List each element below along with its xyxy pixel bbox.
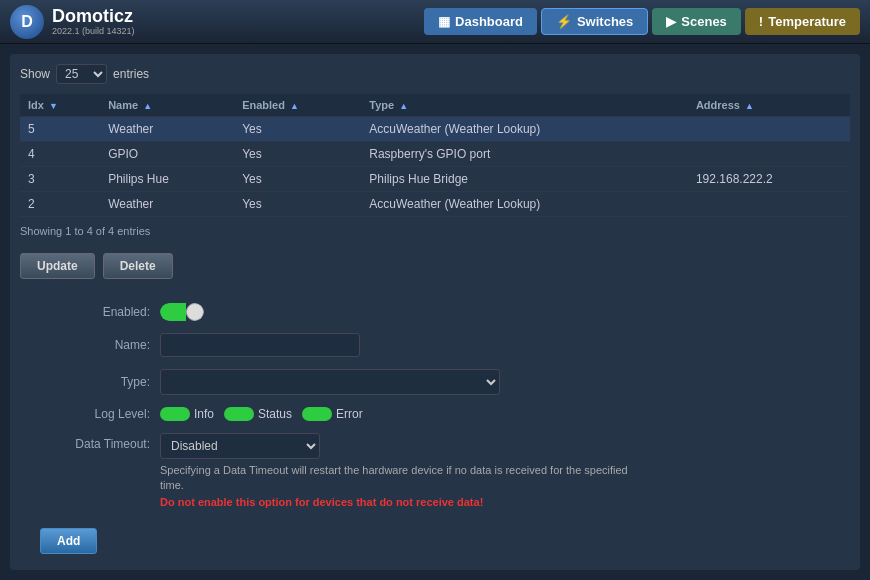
cell-enabled: Yes bbox=[234, 142, 361, 167]
cell-type: Raspberry's GPIO port bbox=[361, 142, 688, 167]
table-header-row: Idx ▼ Name ▲ Enabled ▲ Type ▲ Address bbox=[20, 94, 850, 117]
sort-arrow-idx: ▼ bbox=[49, 101, 58, 111]
dashboard-label: Dashboard bbox=[455, 14, 523, 29]
sort-arrow-enabled: ▲ bbox=[290, 101, 299, 111]
main-content: Show 10 25 50 100 entries Idx ▼ Name ▲ E… bbox=[10, 54, 860, 570]
entries-select[interactable]: 10 25 50 100 bbox=[56, 64, 107, 84]
app-name: Domoticz bbox=[52, 7, 135, 27]
log-info-label: Info bbox=[194, 407, 214, 421]
toggle-thumb bbox=[186, 303, 204, 321]
table-row[interactable]: 3Philips HueYesPhilips Hue Bridge192.168… bbox=[20, 167, 850, 192]
col-idx[interactable]: Idx ▼ bbox=[20, 94, 100, 117]
cell-idx: 5 bbox=[20, 117, 100, 142]
log-info-checkbox bbox=[160, 407, 190, 421]
cell-address bbox=[688, 142, 850, 167]
switches-icon: ⚡ bbox=[556, 14, 572, 29]
data-timeout-info: Specifying a Data Timeout will restart t… bbox=[160, 463, 640, 494]
delete-button[interactable]: Delete bbox=[103, 253, 173, 279]
header: D Domoticz 2022.1 (build 14321) ▦ Dashbo… bbox=[0, 0, 870, 44]
type-select[interactable] bbox=[160, 369, 500, 395]
nav-temperature[interactable]: ! Temperature bbox=[745, 8, 860, 35]
dashboard-icon: ▦ bbox=[438, 14, 450, 29]
data-timeout-label: Data Timeout: bbox=[40, 433, 150, 451]
cell-address bbox=[688, 192, 850, 217]
entries-suffix: entries bbox=[113, 67, 149, 81]
col-type[interactable]: Type ▲ bbox=[361, 94, 688, 117]
cell-type: AccuWeather (Weather Lookup) bbox=[361, 192, 688, 217]
table-row[interactable]: 2WeatherYesAccuWeather (Weather Lookup) bbox=[20, 192, 850, 217]
type-label: Type: bbox=[40, 375, 150, 389]
logo-text: Domoticz 2022.1 (build 14321) bbox=[52, 7, 135, 37]
temperature-icon: ! bbox=[759, 14, 763, 29]
nav-buttons: ▦ Dashboard ⚡ Switches ▶ Scenes ! Temper… bbox=[424, 8, 860, 35]
log-level-row: Log Level: Info Status Error bbox=[40, 407, 830, 421]
log-status[interactable]: Status bbox=[224, 407, 292, 421]
data-timeout-section: Disabled 5 Minutes 10 Minutes 30 Minutes… bbox=[160, 433, 640, 508]
log-status-checkbox bbox=[224, 407, 254, 421]
update-button[interactable]: Update bbox=[20, 253, 95, 279]
nav-scenes[interactable]: ▶ Scenes bbox=[652, 8, 741, 35]
showing-text: Showing 1 to 4 of 4 entries bbox=[20, 225, 850, 237]
add-button-row: Add bbox=[40, 528, 830, 554]
scenes-label: Scenes bbox=[681, 14, 727, 29]
show-entries-row: Show 10 25 50 100 entries bbox=[20, 64, 850, 84]
form-section: Enabled: Name: Type: Log Level: Info bbox=[20, 303, 850, 554]
table-row[interactable]: 5WeatherYesAccuWeather (Weather Lookup) bbox=[20, 117, 850, 142]
cell-name: Weather bbox=[100, 192, 234, 217]
scenes-icon: ▶ bbox=[666, 14, 676, 29]
data-timeout-select[interactable]: Disabled 5 Minutes 10 Minutes 30 Minutes… bbox=[160, 433, 320, 459]
table-row[interactable]: 4GPIOYesRaspberry's GPIO port bbox=[20, 142, 850, 167]
type-row: Type: bbox=[40, 369, 830, 395]
logo-icon: D bbox=[10, 5, 44, 39]
cell-name: GPIO bbox=[100, 142, 234, 167]
nav-switches[interactable]: ⚡ Switches bbox=[541, 8, 648, 35]
log-error-label: Error bbox=[336, 407, 363, 421]
action-buttons: Update Delete bbox=[20, 253, 850, 279]
sort-arrow-name: ▲ bbox=[143, 101, 152, 111]
cell-enabled: Yes bbox=[234, 167, 361, 192]
temperature-label: Temperature bbox=[768, 14, 846, 29]
cell-name: Philips Hue bbox=[100, 167, 234, 192]
logo-area: D Domoticz 2022.1 (build 14321) bbox=[10, 5, 135, 39]
cell-type: AccuWeather (Weather Lookup) bbox=[361, 117, 688, 142]
add-button[interactable]: Add bbox=[40, 528, 97, 554]
cell-idx: 3 bbox=[20, 167, 100, 192]
app-version: 2022.1 (build 14321) bbox=[52, 26, 135, 36]
data-timeout-row: Data Timeout: Disabled 5 Minutes 10 Minu… bbox=[40, 433, 830, 508]
col-name[interactable]: Name ▲ bbox=[100, 94, 234, 117]
log-error-checkbox bbox=[302, 407, 332, 421]
cell-idx: 4 bbox=[20, 142, 100, 167]
switches-label: Switches bbox=[577, 14, 633, 29]
cell-name: Weather bbox=[100, 117, 234, 142]
col-address[interactable]: Address ▲ bbox=[688, 94, 850, 117]
show-label: Show bbox=[20, 67, 50, 81]
sort-arrow-type: ▲ bbox=[399, 101, 408, 111]
data-timeout-warning: Do not enable this option for devices th… bbox=[160, 496, 640, 508]
enabled-toggle[interactable] bbox=[160, 303, 204, 321]
name-input[interactable] bbox=[160, 333, 360, 357]
enabled-row: Enabled: bbox=[40, 303, 830, 321]
cell-address bbox=[688, 117, 850, 142]
sort-arrow-address: ▲ bbox=[745, 101, 754, 111]
log-error[interactable]: Error bbox=[302, 407, 363, 421]
log-status-label: Status bbox=[258, 407, 292, 421]
name-row: Name: bbox=[40, 333, 830, 357]
name-label: Name: bbox=[40, 338, 150, 352]
cell-idx: 2 bbox=[20, 192, 100, 217]
hardware-table: Idx ▼ Name ▲ Enabled ▲ Type ▲ Address bbox=[20, 94, 850, 217]
cell-address: 192.168.222.2 bbox=[688, 167, 850, 192]
nav-dashboard[interactable]: ▦ Dashboard bbox=[424, 8, 537, 35]
toggle-on bbox=[160, 303, 186, 321]
log-items: Info Status Error bbox=[160, 407, 363, 421]
cell-enabled: Yes bbox=[234, 192, 361, 217]
log-info[interactable]: Info bbox=[160, 407, 214, 421]
enabled-label: Enabled: bbox=[40, 305, 150, 319]
cell-type: Philips Hue Bridge bbox=[361, 167, 688, 192]
log-level-label: Log Level: bbox=[40, 407, 150, 421]
cell-enabled: Yes bbox=[234, 117, 361, 142]
col-enabled[interactable]: Enabled ▲ bbox=[234, 94, 361, 117]
